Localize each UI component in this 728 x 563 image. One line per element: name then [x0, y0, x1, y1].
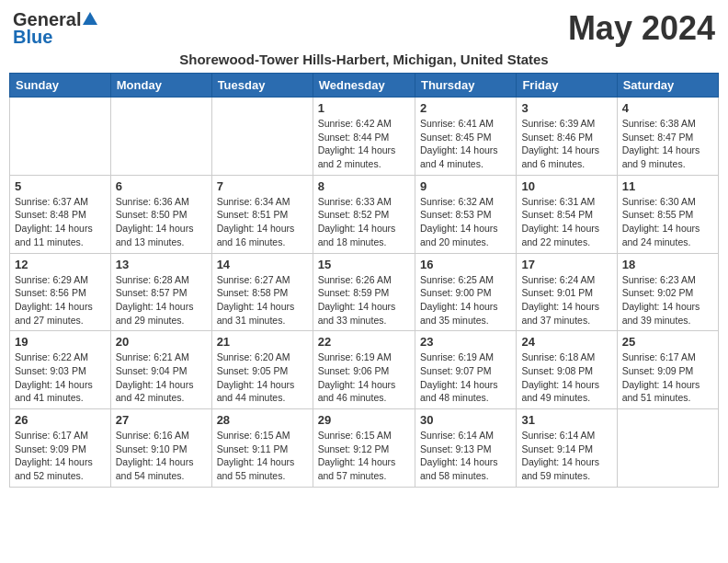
calendar-week-row: 19Sunrise: 6:22 AM Sunset: 9:03 PM Dayli… [10, 331, 719, 409]
day-info: Sunrise: 6:17 AM Sunset: 9:09 PM Dayligh… [15, 429, 106, 483]
calendar-cell [617, 409, 718, 488]
calendar-cell: 28Sunrise: 6:15 AM Sunset: 9:11 PM Dayli… [211, 409, 313, 488]
calendar-day-header: Tuesday [211, 74, 313, 98]
calendar-cell: 15Sunrise: 6:26 AM Sunset: 8:59 PM Dayli… [313, 253, 415, 331]
day-number: 24 [521, 335, 611, 349]
day-info: Sunrise: 6:23 AM Sunset: 9:02 PM Dayligh… [622, 273, 713, 327]
day-info: Sunrise: 6:34 AM Sunset: 8:51 PM Dayligh… [217, 195, 308, 249]
day-number: 23 [420, 335, 511, 349]
calendar-week-row: 5Sunrise: 6:37 AM Sunset: 8:48 PM Daylig… [10, 175, 719, 253]
calendar-cell: 8Sunrise: 6:33 AM Sunset: 8:52 PM Daylig… [313, 175, 415, 253]
day-number: 3 [521, 101, 611, 115]
day-info: Sunrise: 6:29 AM Sunset: 8:56 PM Dayligh… [15, 273, 106, 327]
logo-blue: Blue [13, 27, 52, 48]
day-info: Sunrise: 6:36 AM Sunset: 8:50 PM Dayligh… [116, 195, 207, 249]
calendar-cell: 24Sunrise: 6:18 AM Sunset: 9:08 PM Dayli… [517, 331, 617, 409]
day-info: Sunrise: 6:41 AM Sunset: 8:45 PM Dayligh… [420, 117, 511, 171]
calendar-cell: 26Sunrise: 6:17 AM Sunset: 9:09 PM Dayli… [10, 409, 111, 488]
day-number: 6 [116, 179, 207, 193]
day-info: Sunrise: 6:21 AM Sunset: 9:04 PM Dayligh… [116, 350, 207, 405]
day-info: Sunrise: 6:14 AM Sunset: 9:13 PM Dayligh… [420, 429, 511, 483]
calendar-cell: 17Sunrise: 6:24 AM Sunset: 9:01 PM Dayli… [517, 253, 617, 331]
calendar-day-header: Sunday [10, 74, 111, 98]
day-info: Sunrise: 6:31 AM Sunset: 8:54 PM Dayligh… [521, 195, 611, 249]
day-info: Sunrise: 6:32 AM Sunset: 8:53 PM Dayligh… [420, 195, 511, 249]
calendar-cell: 18Sunrise: 6:23 AM Sunset: 9:02 PM Dayli… [617, 253, 718, 331]
calendar-cell: 9Sunrise: 6:32 AM Sunset: 8:53 PM Daylig… [415, 175, 516, 253]
day-number: 18 [622, 258, 713, 271]
day-info: Sunrise: 6:38 AM Sunset: 8:47 PM Dayligh… [622, 117, 713, 171]
page-subtitle: Shorewood-Tower Hills-Harbert, Michigan,… [9, 52, 719, 67]
day-info: Sunrise: 6:19 AM Sunset: 9:07 PM Dayligh… [420, 350, 511, 405]
day-info: Sunrise: 6:24 AM Sunset: 9:01 PM Dayligh… [521, 273, 611, 327]
day-number: 19 [15, 335, 106, 349]
calendar-cell: 14Sunrise: 6:27 AM Sunset: 8:58 PM Dayli… [211, 253, 313, 331]
day-number: 22 [318, 335, 410, 349]
day-number: 10 [521, 179, 611, 193]
day-number: 13 [116, 258, 207, 271]
calendar-header-row: SundayMondayTuesdayWednesdayThursdayFrid… [10, 74, 719, 98]
day-number: 14 [217, 258, 308, 271]
calendar-cell: 21Sunrise: 6:20 AM Sunset: 9:05 PM Dayli… [211, 331, 313, 409]
day-info: Sunrise: 6:19 AM Sunset: 9:06 PM Dayligh… [318, 350, 410, 405]
day-info: Sunrise: 6:26 AM Sunset: 8:59 PM Dayligh… [318, 273, 410, 327]
calendar-day-header: Wednesday [313, 74, 415, 98]
calendar-cell: 20Sunrise: 6:21 AM Sunset: 9:04 PM Dayli… [110, 331, 211, 409]
day-number: 1 [318, 101, 410, 115]
calendar-cell: 22Sunrise: 6:19 AM Sunset: 9:06 PM Dayli… [313, 331, 415, 409]
day-number: 29 [318, 413, 410, 427]
calendar-cell [211, 98, 313, 176]
day-number: 26 [15, 413, 106, 427]
calendar-cell: 23Sunrise: 6:19 AM Sunset: 9:07 PM Dayli… [415, 331, 516, 409]
calendar-cell: 19Sunrise: 6:22 AM Sunset: 9:03 PM Dayli… [10, 331, 111, 409]
day-number: 27 [116, 413, 207, 427]
calendar-cell: 13Sunrise: 6:28 AM Sunset: 8:57 PM Dayli… [110, 253, 211, 331]
day-number: 2 [420, 101, 511, 115]
calendar-cell: 31Sunrise: 6:14 AM Sunset: 9:14 PM Dayli… [517, 409, 617, 488]
calendar-cell: 4Sunrise: 6:38 AM Sunset: 8:47 PM Daylig… [617, 98, 718, 176]
calendar-cell: 5Sunrise: 6:37 AM Sunset: 8:48 PM Daylig… [10, 175, 111, 253]
calendar-cell: 12Sunrise: 6:29 AM Sunset: 8:56 PM Dayli… [10, 253, 111, 331]
calendar-cell: 25Sunrise: 6:17 AM Sunset: 9:09 PM Dayli… [617, 331, 718, 409]
calendar-day-header: Saturday [617, 74, 718, 98]
calendar-cell: 3Sunrise: 6:39 AM Sunset: 8:46 PM Daylig… [517, 98, 617, 176]
day-info: Sunrise: 6:33 AM Sunset: 8:52 PM Dayligh… [318, 195, 410, 249]
day-info: Sunrise: 6:22 AM Sunset: 9:03 PM Dayligh… [15, 350, 106, 405]
calendar-cell: 1Sunrise: 6:42 AM Sunset: 8:44 PM Daylig… [313, 98, 415, 176]
calendar-cell: 16Sunrise: 6:25 AM Sunset: 9:00 PM Dayli… [415, 253, 516, 331]
day-number: 9 [420, 179, 511, 193]
day-number: 25 [622, 335, 713, 349]
day-number: 30 [420, 413, 511, 427]
calendar-cell: 7Sunrise: 6:34 AM Sunset: 8:51 PM Daylig… [211, 175, 313, 253]
day-info: Sunrise: 6:18 AM Sunset: 9:08 PM Dayligh… [521, 350, 611, 405]
day-number: 20 [116, 335, 207, 349]
day-number: 11 [622, 179, 713, 193]
calendar-cell: 10Sunrise: 6:31 AM Sunset: 8:54 PM Dayli… [517, 175, 617, 253]
day-number: 15 [318, 258, 410, 271]
day-number: 4 [622, 101, 713, 115]
calendar-week-row: 26Sunrise: 6:17 AM Sunset: 9:09 PM Dayli… [10, 409, 719, 488]
day-number: 5 [15, 179, 106, 193]
day-info: Sunrise: 6:39 AM Sunset: 8:46 PM Dayligh… [521, 117, 611, 171]
day-number: 31 [521, 413, 611, 427]
day-info: Sunrise: 6:37 AM Sunset: 8:48 PM Dayligh… [15, 195, 106, 249]
logo-triangle-icon [82, 10, 98, 27]
day-info: Sunrise: 6:30 AM Sunset: 8:55 PM Dayligh… [622, 195, 713, 249]
day-number: 21 [217, 335, 308, 349]
day-number: 8 [318, 179, 410, 193]
day-info: Sunrise: 6:15 AM Sunset: 9:12 PM Dayligh… [318, 429, 410, 483]
svg-marker-0 [83, 12, 97, 25]
day-info: Sunrise: 6:28 AM Sunset: 8:57 PM Dayligh… [116, 273, 207, 327]
day-number: 12 [15, 258, 106, 271]
day-info: Sunrise: 6:17 AM Sunset: 9:09 PM Dayligh… [622, 350, 713, 405]
day-info: Sunrise: 6:16 AM Sunset: 9:10 PM Dayligh… [116, 429, 207, 483]
day-info: Sunrise: 6:27 AM Sunset: 8:58 PM Dayligh… [217, 273, 308, 327]
calendar-table: SundayMondayTuesdayWednesdayThursdayFrid… [9, 73, 719, 488]
calendar-day-header: Friday [517, 74, 617, 98]
calendar-cell: 27Sunrise: 6:16 AM Sunset: 9:10 PM Dayli… [110, 409, 211, 488]
day-number: 28 [217, 413, 308, 427]
page-header: General Blue May 2024 [9, 9, 719, 48]
calendar-cell: 30Sunrise: 6:14 AM Sunset: 9:13 PM Dayli… [415, 409, 516, 488]
calendar-day-header: Thursday [415, 74, 516, 98]
calendar-week-row: 1Sunrise: 6:42 AM Sunset: 8:44 PM Daylig… [10, 98, 719, 176]
